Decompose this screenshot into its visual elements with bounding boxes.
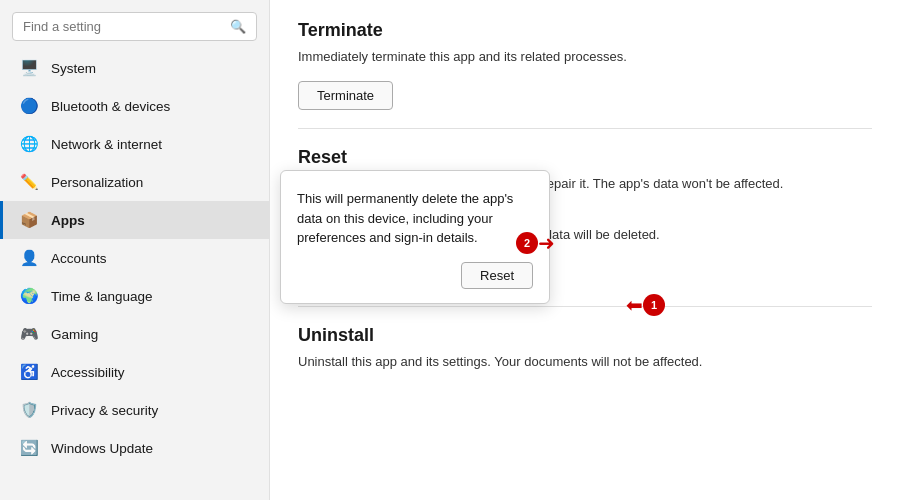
sidebar-item-apps[interactable]: 📦 Apps: [0, 201, 269, 239]
search-icon: 🔍: [230, 19, 246, 34]
apps-icon: 📦: [19, 210, 39, 230]
accessibility-icon: ♿: [19, 362, 39, 382]
sidebar-item-accounts[interactable]: 👤 Accounts: [0, 239, 269, 277]
sidebar-item-accessibility[interactable]: ♿ Accessibility: [0, 353, 269, 391]
terminate-desc: Immediately terminate this app and its r…: [298, 47, 872, 67]
main-content: Terminate Immediately terminate this app…: [270, 0, 900, 500]
sidebar-item-gaming[interactable]: 🎮 Gaming: [0, 315, 269, 353]
popup-message: This will permanently delete the app's d…: [297, 189, 533, 248]
sidebar-item-label: Apps: [51, 213, 85, 228]
popup-footer: Reset: [297, 262, 533, 289]
sidebar-item-label: Windows Update: [51, 441, 153, 456]
separator-1: [298, 128, 872, 129]
time-icon: 🌍: [19, 286, 39, 306]
privacy-icon: 🛡️: [19, 400, 39, 420]
terminate-section: Terminate Immediately terminate this app…: [298, 20, 872, 110]
search-bar[interactable]: 🔍: [12, 12, 257, 41]
system-icon: 🖥️: [19, 58, 39, 78]
sidebar-item-label: Network & internet: [51, 137, 162, 152]
accounts-icon: 👤: [19, 248, 39, 268]
sidebar-item-personalization[interactable]: ✏️ Personalization: [0, 163, 269, 201]
reset-confirmation-popup: This will permanently delete the app's d…: [280, 170, 550, 304]
sidebar-item-label: System: [51, 61, 96, 76]
bluetooth-icon: 🔵: [19, 96, 39, 116]
nav-list: 🖥️ System 🔵 Bluetooth & devices 🌐 Networ…: [0, 49, 269, 500]
sidebar-item-system[interactable]: 🖥️ System: [0, 49, 269, 87]
uninstall-desc: Uninstall this app and its settings. You…: [298, 352, 872, 372]
gaming-icon: 🎮: [19, 324, 39, 344]
sidebar-item-update[interactable]: 🔄 Windows Update: [0, 429, 269, 467]
update-icon: 🔄: [19, 438, 39, 458]
uninstall-section: Uninstall Uninstall this app and its set…: [298, 325, 872, 372]
sidebar-item-label: Accounts: [51, 251, 107, 266]
separator-2: [298, 306, 872, 307]
reset-title: Reset: [298, 147, 872, 168]
sidebar-item-network[interactable]: 🌐 Network & internet: [0, 125, 269, 163]
app-container: 🔍 🖥️ System 🔵 Bluetooth & devices 🌐 Netw…: [0, 0, 900, 500]
terminate-button[interactable]: Terminate: [298, 81, 393, 110]
network-icon: 🌐: [19, 134, 39, 154]
personalization-icon: ✏️: [19, 172, 39, 192]
sidebar-item-privacy[interactable]: 🛡️ Privacy & security: [0, 391, 269, 429]
sidebar-item-label: Time & language: [51, 289, 153, 304]
uninstall-title: Uninstall: [298, 325, 872, 346]
sidebar-item-label: Privacy & security: [51, 403, 158, 418]
sidebar-item-label: Gaming: [51, 327, 98, 342]
search-input[interactable]: [23, 19, 230, 34]
sidebar-item-label: Personalization: [51, 175, 143, 190]
sidebar: 🔍 🖥️ System 🔵 Bluetooth & devices 🌐 Netw…: [0, 0, 270, 500]
sidebar-item-time[interactable]: 🌍 Time & language: [0, 277, 269, 315]
terminate-title: Terminate: [298, 20, 872, 41]
sidebar-item-label: Bluetooth & devices: [51, 99, 170, 114]
popup-reset-button[interactable]: Reset: [461, 262, 533, 289]
sidebar-item-label: Accessibility: [51, 365, 125, 380]
sidebar-item-bluetooth[interactable]: 🔵 Bluetooth & devices: [0, 87, 269, 125]
